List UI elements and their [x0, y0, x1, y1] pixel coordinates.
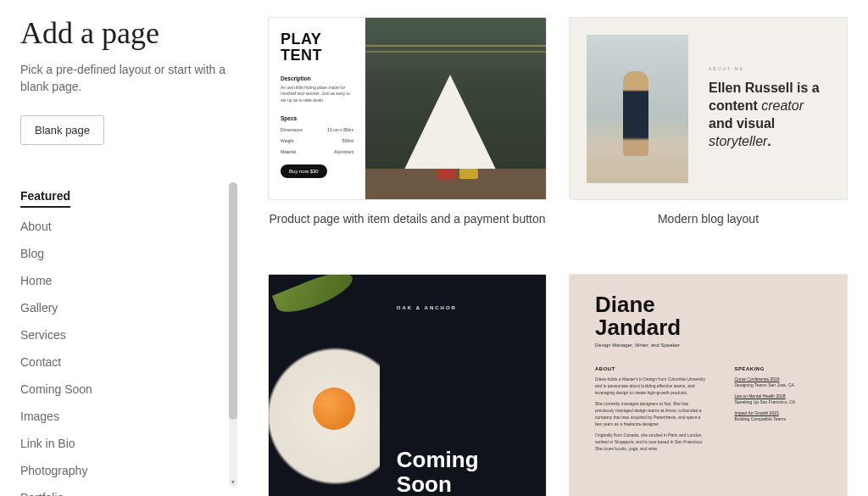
- category-featured[interactable]: Featured: [20, 182, 70, 208]
- template-card-coming-soon[interactable]: OAK & ANCHOR ComingSoon A new restaurant…: [268, 274, 547, 496]
- spec-label: Weight: [281, 138, 293, 143]
- category-coming-soon[interactable]: Coming Soon: [20, 376, 222, 403]
- category-contact[interactable]: Contact: [20, 348, 222, 376]
- blank-page-button[interactable]: Blank page: [20, 115, 104, 145]
- preview-heading: ComingSoon: [397, 448, 522, 496]
- speaking-item: Curve Conference 2019Designing Teams San…: [734, 376, 821, 388]
- spec-value: Aluminium: [334, 149, 353, 154]
- category-list: Featured About Blog Home Gallery Service…: [20, 182, 237, 496]
- category-list-wrap: Featured About Blog Home Gallery Service…: [20, 182, 237, 496]
- template-caption: Product page with item details and a pay…: [268, 212, 547, 226]
- speaking-item: Lea on Mental Health 2018Speaking Up San…: [734, 393, 821, 405]
- category-about[interactable]: About: [20, 213, 222, 240]
- preview-buy-button: Buy now $30: [281, 164, 327, 178]
- preview-brand: OAK & ANCHOR: [397, 305, 522, 310]
- template-thumb: ABOUT ME Ellen Russell is a content crea…: [569, 17, 848, 200]
- category-photography[interactable]: Photography: [20, 457, 222, 484]
- spec-value: 10.cm x 80cm: [327, 127, 353, 132]
- page-title: Add a page: [20, 17, 237, 51]
- template-card-product[interactable]: PLAYTENT Description An own little hidin…: [268, 17, 547, 240]
- category-portfolio[interactable]: Portfolio: [20, 484, 222, 496]
- preview-title2: TENT: [281, 47, 322, 64]
- preview-headline: Ellen Russell is a content creator and v…: [709, 80, 830, 150]
- category-gallery[interactable]: Gallery: [20, 294, 222, 321]
- about-heading: ABOUT: [595, 366, 705, 371]
- template-card-two-column-about[interactable]: DianeJandard Design Manager, Writer, and…: [569, 274, 848, 496]
- about-para: Originally from Canada, she studied in P…: [595, 432, 705, 452]
- template-grid: PLAYTENT Description An own little hidin…: [268, 17, 848, 496]
- preview-kicker: ABOUT ME: [709, 66, 830, 71]
- page-subtitle: Pick a pre-defined layout or start with …: [20, 61, 237, 96]
- scroll-down-icon[interactable]: ▼: [229, 477, 237, 486]
- scrollbar-thumb[interactable]: [229, 182, 237, 420]
- preview-title1: PLAY: [281, 31, 321, 47]
- category-scrollbar[interactable]: ▲ ▼: [229, 182, 237, 488]
- preview-desc-heading: Description: [281, 75, 353, 81]
- template-caption: Modern blog layout: [569, 212, 848, 226]
- about-para: Diane holds a Master's in Design from Co…: [595, 376, 705, 396]
- template-thumb: PLAYTENT Description An own little hidin…: [268, 17, 547, 200]
- spec-label: Dimensions: [281, 127, 303, 132]
- category-blog[interactable]: Blog: [20, 240, 222, 267]
- preview-desc-body: An own little hiding place made for misc…: [281, 85, 353, 104]
- spec-label: Material: [281, 149, 296, 154]
- template-thumb: DianeJandard Design Manager, Writer, and…: [569, 274, 848, 496]
- preview-image: [587, 35, 688, 183]
- preview-role: Design Manager, Writer, and Speaker: [595, 343, 821, 348]
- category-images[interactable]: Images: [20, 403, 222, 430]
- category-services[interactable]: Services: [20, 321, 222, 348]
- template-thumb: OAK & ANCHOR ComingSoon A new restaurant…: [268, 274, 547, 496]
- preview-specs-heading: Specs: [281, 115, 353, 121]
- sidebar: Add a page Pick a pre-defined layout or …: [20, 17, 237, 496]
- spec-value: 500ml: [342, 138, 354, 143]
- category-link-in-bio[interactable]: Link in Bio: [20, 430, 222, 457]
- speaking-item: Impact for Growth 2015Building Compatibl…: [734, 410, 821, 422]
- preview-name: DianeJandard: [595, 293, 821, 340]
- speaking-heading: SPEAKING: [734, 366, 821, 371]
- template-card-modern-blog[interactable]: ABOUT ME Ellen Russell is a content crea…: [569, 17, 848, 240]
- about-para: She currently manages designers at Not. …: [595, 401, 705, 427]
- category-home[interactable]: Home: [20, 267, 222, 294]
